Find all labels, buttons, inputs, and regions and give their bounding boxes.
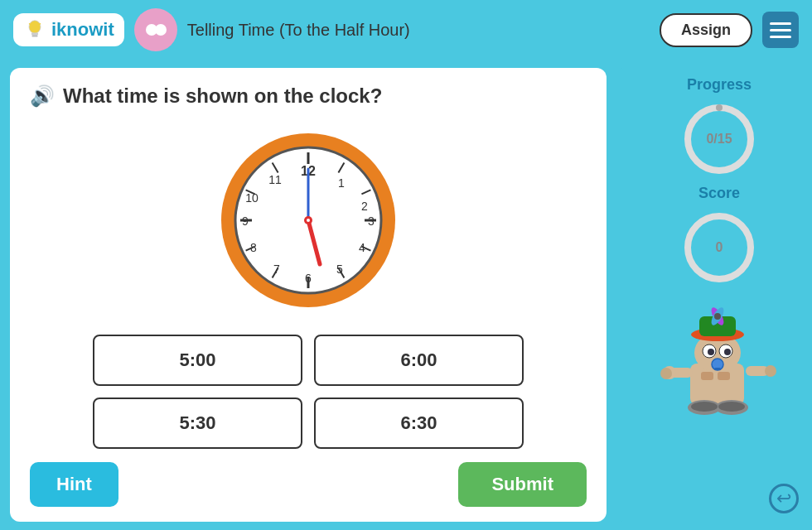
svg-rect-61 bbox=[718, 372, 730, 380]
svg-text:6: 6 bbox=[305, 272, 312, 285]
svg-point-52 bbox=[724, 349, 731, 355]
svg-text:3: 3 bbox=[368, 214, 375, 228]
mascot-robot-icon bbox=[653, 301, 785, 434]
menu-line-2 bbox=[770, 29, 791, 31]
svg-text:7: 7 bbox=[273, 263, 280, 276]
submit-button[interactable]: Submit bbox=[458, 462, 587, 507]
lesson-dots-icon bbox=[141, 15, 171, 45]
svg-point-58 bbox=[660, 368, 672, 379]
svg-point-65 bbox=[718, 402, 745, 412]
logo-bulb-icon bbox=[23, 18, 46, 41]
question-text: What time is shown on the clock? bbox=[63, 84, 382, 108]
logo-text: iknowit bbox=[51, 19, 114, 41]
progress-circle: 0/15 bbox=[682, 102, 756, 176]
choice-a[interactable]: 5:00 bbox=[93, 335, 302, 386]
score-label: Score bbox=[698, 185, 740, 202]
choices-grid: 5:00 6:00 5:30 6:30 bbox=[93, 335, 524, 449]
svg-text:8: 8 bbox=[250, 241, 257, 254]
svg-rect-1 bbox=[31, 33, 38, 36]
svg-rect-54 bbox=[714, 368, 721, 370]
sidebar-panel: Progress 0/15 Score 0 bbox=[636, 68, 802, 522]
svg-point-51 bbox=[708, 349, 714, 355]
sound-icon[interactable]: 🔊 bbox=[30, 84, 55, 108]
clock-container: 12 1 2 3 4 5 6 7 8 9 10 11 bbox=[217, 129, 399, 315]
svg-rect-2 bbox=[32, 35, 38, 36]
menu-line-3 bbox=[770, 36, 791, 38]
svg-text:5: 5 bbox=[336, 263, 343, 276]
svg-text:4: 4 bbox=[359, 241, 365, 254]
svg-point-59 bbox=[765, 365, 776, 377]
header: iknowit Telling Time (To the Half Hour) … bbox=[0, 0, 812, 60]
clock-face: 12 1 2 3 4 5 6 7 8 9 10 11 bbox=[217, 129, 399, 311]
progress-label: Progress bbox=[687, 76, 752, 94]
svg-point-7 bbox=[155, 24, 167, 36]
mascot bbox=[653, 301, 785, 434]
bottom-row: Hint Submit bbox=[30, 462, 587, 507]
score-circle: 0 bbox=[682, 210, 756, 285]
question-row: 🔊 What time is shown on the clock? bbox=[30, 84, 587, 108]
svg-text:1: 1 bbox=[338, 176, 345, 190]
progress-value: 0/15 bbox=[706, 132, 732, 147]
question-panel: 🔊 What time is shown on the clock? bbox=[10, 68, 607, 522]
back-button[interactable]: ↩ bbox=[769, 484, 799, 513]
hint-button[interactable]: Hint bbox=[30, 462, 118, 507]
assign-button[interactable]: Assign bbox=[660, 13, 752, 47]
choice-b[interactable]: 6:00 bbox=[314, 335, 524, 386]
svg-point-48 bbox=[714, 313, 721, 320]
menu-line-1 bbox=[770, 22, 791, 25]
svg-text:9: 9 bbox=[242, 214, 249, 228]
svg-point-64 bbox=[691, 402, 718, 412]
main-content: 🔊 What time is shown on the clock? bbox=[0, 60, 812, 530]
menu-button[interactable] bbox=[762, 12, 799, 48]
svg-rect-60 bbox=[701, 372, 713, 380]
panel-divider bbox=[620, 68, 623, 522]
lesson-title: Telling Time (To the Half Hour) bbox=[187, 21, 650, 40]
svg-text:2: 2 bbox=[361, 200, 368, 213]
logo: iknowit bbox=[13, 13, 124, 46]
svg-text:11: 11 bbox=[268, 173, 282, 186]
score-value: 0 bbox=[716, 240, 723, 255]
lesson-icon bbox=[134, 8, 177, 51]
svg-text:10: 10 bbox=[245, 191, 259, 205]
svg-point-38 bbox=[307, 219, 310, 222]
choice-c[interactable]: 5:30 bbox=[93, 398, 302, 449]
choice-d[interactable]: 6:30 bbox=[314, 398, 524, 449]
